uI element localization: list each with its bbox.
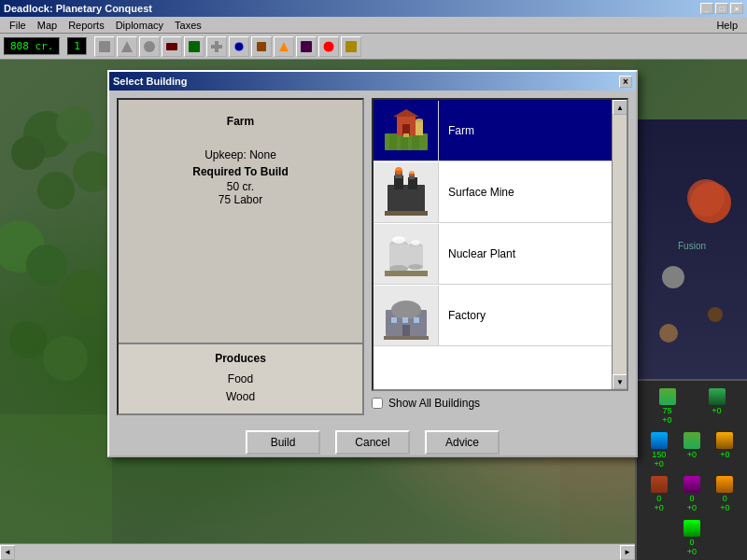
build-button[interactable]: Build [246,430,320,455]
svg-rect-10 [301,41,312,52]
svg-rect-0 [99,41,110,52]
svg-point-15 [11,136,45,170]
produces-section: Produces Food Wood [119,343,362,413]
toolbar: 808 cr. 1 [0,34,747,60]
svg-rect-60 [391,317,397,323]
menu-reports[interactable]: Reports [63,19,110,32]
menu-taxes[interactable]: Taxes [169,19,207,32]
advice-button[interactable]: Advice [425,430,500,455]
svg-point-29 [708,307,723,322]
planet-view: Fusion [637,119,747,381]
building-list[interactable]: Farm [372,98,628,391]
menu-file[interactable]: File [4,19,32,32]
svg-point-28 [662,266,684,288]
building-item-nuclear-plant[interactable]: Nuclear Plant [374,223,612,285]
toolbar-btn-7[interactable] [229,36,249,57]
cost-value: 50 cr. [227,180,254,193]
building-name-nuclear: Nuclear Plant [439,247,515,260]
dialog-close-button[interactable]: × [619,76,632,88]
svg-rect-53 [408,246,423,267]
toolbar-btn-5[interactable] [184,36,204,57]
svg-marker-36 [393,109,419,117]
select-building-dialog: Select Building × Farm Upkeep: None Requ… [107,70,638,457]
svg-rect-64 [384,336,429,340]
farm-building-icon [380,107,432,154]
resource-panel: 75 +0 +0 150 +0 +0 [637,381,747,560]
toolbar-btn-11[interactable] [318,36,339,57]
building-name-factory: Factory [439,309,486,322]
menu-bar: File Map Reports Diplomacy Taxes Help [0,17,747,34]
toolbar-btn-9[interactable] [274,36,294,57]
scroll-right-button[interactable]: ► [620,545,635,560]
building-item-factory[interactable]: Factory [374,285,612,346]
toolbar-btn-2[interactable] [117,36,137,57]
building-info-panel: Farm Upkeep: None Required To Build 50 c… [117,98,364,415]
toolbar-btn-4[interactable] [162,36,182,57]
svg-rect-63 [402,325,410,336]
dialog-buttons: Build Cancel Advice [109,423,636,464]
svg-point-46 [395,167,402,175]
svg-point-30 [659,324,678,343]
building-item-farm[interactable]: Farm [374,100,612,161]
svg-rect-57 [385,271,428,276]
scroll-up-button[interactable]: ▲ [613,100,627,115]
show-all-label[interactable]: Show All Buildings [388,397,480,410]
svg-point-17 [37,172,75,209]
horizontal-scrollbar[interactable]: ◄ ► [0,543,635,560]
svg-point-27 [687,179,725,217]
svg-rect-23 [0,414,112,560]
svg-marker-1 [121,41,133,52]
scroll-track [613,115,627,374]
svg-rect-38 [416,120,423,135]
svg-point-11 [323,41,334,52]
svg-point-20 [61,270,107,316]
toolbar-btn-8[interactable] [251,36,272,57]
building-preview: Farm Upkeep: None Required To Build 50 c… [119,100,362,343]
produce-item-0: Food [126,371,355,388]
list-scrollbar[interactable]: ▲ ▼ [612,100,627,389]
close-window-button[interactable]: × [730,3,743,14]
nuclear-icon-container [374,224,439,284]
dialog-titlebar: Select Building × [109,72,636,91]
menu-help[interactable]: Help [711,19,743,32]
menu-diplomacy[interactable]: Diplomacy [110,19,169,32]
svg-rect-8 [257,42,266,51]
selected-building-name: Farm [227,115,254,128]
svg-rect-3 [166,43,177,50]
menu-map[interactable]: Map [32,19,63,32]
produces-items: Food Wood [126,371,355,406]
dialog-content: Farm Upkeep: None Required To Build 50 c… [109,91,636,423]
svg-text:Fusion: Fusion [678,241,706,251]
svg-point-39 [416,119,423,122]
svg-point-21 [9,321,47,358]
scroll-down-button[interactable]: ▼ [613,374,627,389]
svg-rect-61 [402,317,408,323]
toolbar-btn-3[interactable] [139,36,160,57]
building-list-panel: Farm [372,98,628,415]
show-all-checkbox[interactable] [372,398,383,409]
svg-rect-41 [388,185,425,213]
buildings-scroll[interactable]: Farm [374,100,612,389]
svg-rect-62 [414,317,419,323]
right-game-panel: Fusion 75 +0 +0 [635,119,747,560]
mine-building-icon [380,166,432,218]
window-title: Deadlock: Planetary Conquest [4,3,152,14]
building-item-surface-mine[interactable]: Surface Mine [374,161,612,223]
toolbar-btn-1[interactable] [94,36,115,57]
svg-point-7 [234,42,244,51]
produces-title: Produces [126,352,355,365]
maximize-button[interactable]: □ [715,3,728,14]
produce-item-1: Wood [126,388,355,406]
factory-building-icon [380,289,432,342]
svg-rect-40 [403,133,409,137]
svg-rect-34 [412,133,419,150]
toolbar-btn-6[interactable] [206,36,227,57]
farm-icon-container [374,101,439,161]
cancel-button[interactable]: Cancel [335,430,410,455]
toolbar-btn-10[interactable] [296,36,317,57]
scroll-left-button[interactable]: ◄ [0,545,15,560]
toolbar-btn-12[interactable] [341,36,361,57]
building-name-mine: Surface Mine [439,186,514,199]
credits-display: 808 cr. [4,37,60,55]
minimize-button[interactable]: _ [700,3,713,14]
